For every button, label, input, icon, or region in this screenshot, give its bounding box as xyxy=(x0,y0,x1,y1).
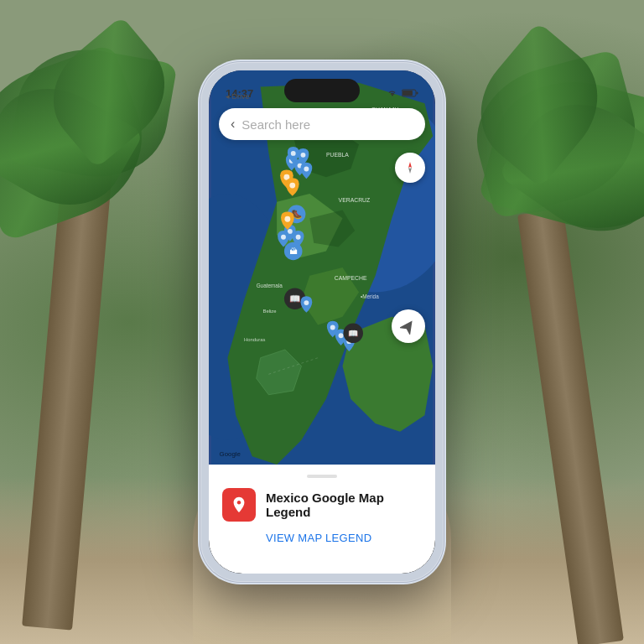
view-map-legend-link[interactable]: VIEW MAP LEGEND xyxy=(266,532,422,544)
search-placeholder: Search here xyxy=(242,117,310,132)
svg-text:📖: 📖 xyxy=(289,293,301,304)
svg-point-33 xyxy=(330,325,335,330)
sheet-content: Mexico Google Map Legend xyxy=(222,488,422,522)
svg-marker-39 xyxy=(408,162,412,168)
svg-text:VERACRUZ: VERACRUZ xyxy=(339,197,371,203)
wifi-icon xyxy=(387,89,398,97)
svg-rect-2 xyxy=(417,92,418,95)
svg-text:PUEBLA: PUEBLA xyxy=(326,152,349,158)
search-bar[interactable]: ‹ Search here xyxy=(219,108,425,140)
svg-text:•Merida: •Merida xyxy=(361,293,379,299)
svg-marker-40 xyxy=(408,168,412,174)
compass-button[interactable] xyxy=(395,153,425,183)
svg-point-18 xyxy=(291,151,296,156)
battery-icon xyxy=(402,89,418,97)
back-icon[interactable]: ‹ xyxy=(231,117,235,132)
map-background: GUANAJU PUEBLA VERACRUZ Guatemala Belize… xyxy=(209,70,435,465)
map-pin-icon xyxy=(230,496,248,514)
sheet-icon-container xyxy=(222,488,256,522)
svg-text:🏔: 🏔 xyxy=(289,247,298,256)
svg-text:Google: Google xyxy=(220,450,241,458)
bottom-sheet: Mexico Google Map Legend VIEW MAP LEGEND xyxy=(209,465,435,574)
sheet-handle xyxy=(307,475,337,478)
map-area[interactable]: GUANAJU PUEBLA VERACRUZ Guatemala Belize… xyxy=(209,70,435,465)
svg-text:Honduras: Honduras xyxy=(244,337,265,342)
status-icons xyxy=(387,89,418,97)
svg-point-26 xyxy=(281,235,286,240)
svg-point-17 xyxy=(304,167,309,172)
svg-text:CAMPECHE: CAMPECHE xyxy=(335,275,367,281)
svg-point-19 xyxy=(301,153,306,158)
dynamic-island xyxy=(284,79,360,102)
svg-point-21 xyxy=(289,183,295,189)
sheet-title: Mexico Google Map Legend xyxy=(266,491,422,519)
compass-icon xyxy=(402,160,418,175)
svg-point-34 xyxy=(339,333,344,338)
svg-rect-1 xyxy=(402,91,413,96)
svg-point-27 xyxy=(284,216,290,222)
svg-point-25 xyxy=(296,235,301,240)
svg-text:Belize: Belize xyxy=(263,309,277,314)
svg-point-32 xyxy=(304,300,309,305)
drive-label: ◂ Drive xyxy=(226,92,250,101)
phone-screen: 14:37 ◂ Drive xyxy=(209,70,435,574)
navigate-icon xyxy=(400,318,417,335)
svg-text:📖: 📖 xyxy=(348,328,359,339)
svg-text:Guatemala: Guatemala xyxy=(257,283,283,288)
navigate-button[interactable] xyxy=(392,309,425,343)
phone-frame: 14:37 ◂ Drive xyxy=(200,62,444,582)
